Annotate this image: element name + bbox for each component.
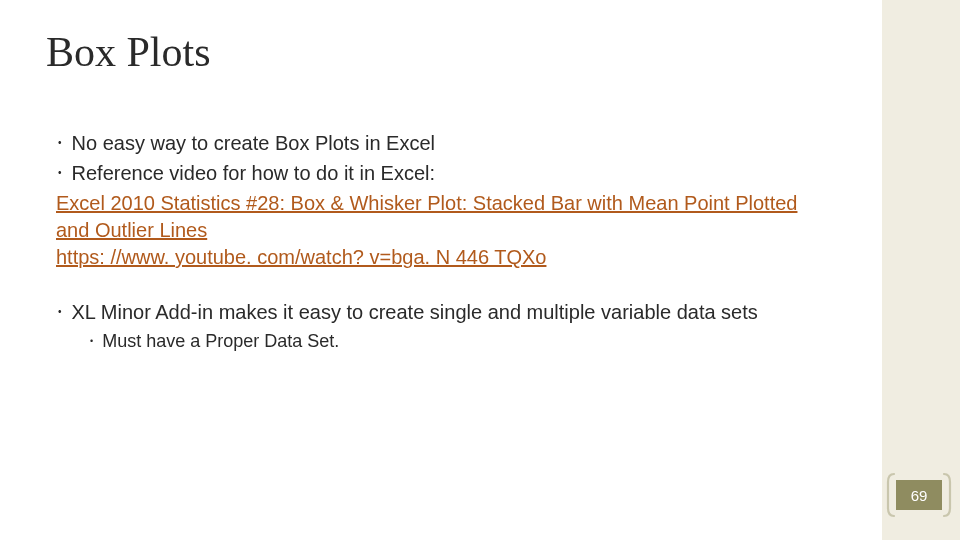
slide: Box Plots • No easy way to create Box Pl…	[0, 0, 960, 540]
bullet-dot-icon: •	[58, 305, 62, 318]
reference-link-title[interactable]: Excel 2010 Statistics #28: Box & Whisker…	[56, 190, 860, 217]
bullet-text: XL Minor Add-in makes it easy to create …	[72, 299, 758, 325]
bullet-text: Reference video for how to do it in Exce…	[72, 160, 436, 186]
reference-link-title-cont[interactable]: and Outlier Lines	[56, 217, 860, 244]
page-number: 69	[911, 487, 928, 504]
page-number-badge: 69	[896, 480, 942, 510]
bullet-item: • Reference video for how to do it in Ex…	[56, 160, 860, 186]
bullet-dot-icon: •	[58, 166, 62, 179]
bullet-dot-icon: •	[90, 336, 93, 346]
reference-link-url[interactable]: https: //www. youtube. com/watch? v=bga.…	[56, 244, 860, 271]
right-sidebar-decoration	[882, 0, 960, 540]
sub-bullet-text: Must have a Proper Data Set.	[102, 331, 339, 352]
link-text-line2: and Outlier Lines	[56, 219, 207, 241]
spacer	[56, 271, 860, 299]
link-url-text: https: //www. youtube. com/watch? v=bga.…	[56, 246, 546, 268]
slide-title: Box Plots	[46, 28, 211, 76]
link-text-line1: Excel 2010 Statistics #28: Box & Whisker…	[56, 192, 797, 214]
bullet-item: • No easy way to create Box Plots in Exc…	[56, 130, 860, 156]
bullet-item: • XL Minor Add-in makes it easy to creat…	[56, 299, 860, 325]
bullet-dot-icon: •	[58, 136, 62, 149]
slide-content: • No easy way to create Box Plots in Exc…	[56, 130, 860, 352]
sub-bullet-item: • Must have a Proper Data Set.	[90, 331, 860, 352]
bullet-text: No easy way to create Box Plots in Excel	[72, 130, 436, 156]
